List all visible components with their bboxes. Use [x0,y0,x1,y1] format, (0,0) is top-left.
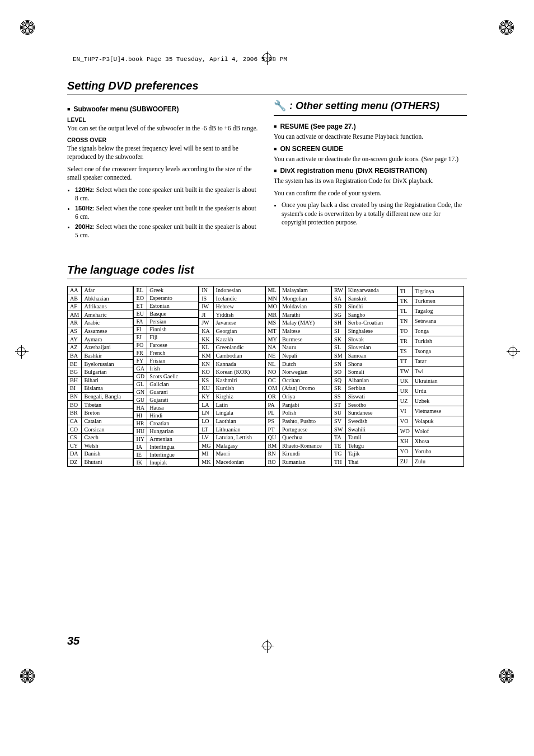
lang-name: Mongolian [279,294,331,303]
crop-ornament [20,669,35,683]
divx-text-2: You can confirm the code of your system. [274,189,467,198]
lang-code: IS [199,294,213,303]
lang-code: RO [265,458,279,466]
lang-name: Czech [82,433,133,442]
lang-code: IA [134,443,147,450]
lang-name: Azerbaijani [82,344,133,352]
lang-name: Georgian [213,327,265,335]
lang-name: Oriya [279,392,331,401]
table-row: ELGreek [134,286,199,294]
lang-name: Latin [213,401,265,409]
divx-list: Once you play back a disc created by usi… [274,201,467,227]
lang-code: TN [397,316,412,326]
table-row: HYArmenian [134,435,199,443]
lang-code: TW [397,366,412,376]
freq-label: 150Hz [75,205,93,212]
lang-code: FY [134,356,147,364]
table-row: FAPersian [134,317,199,325]
table-row: THThai [331,458,397,466]
lang-code: FA [134,317,147,325]
lang-code: TI [397,286,412,296]
lang-name: Swedish [345,417,397,425]
lang-code: NA [265,344,279,352]
table-row: ARArabic [68,319,133,327]
lang-code: FO [134,341,147,349]
lang-name: Bihari [82,376,133,384]
lang-name: Sangho [345,311,397,319]
lang-name: Slovak [345,335,397,344]
lang-name: Rhaeto-Romance [279,442,331,450]
lang-name: Wolof [412,426,463,436]
freq-label: 120Hz [75,186,93,193]
lang-name: Hungarian [147,427,199,435]
table-row: LALatin [199,401,265,409]
lang-name: Kannada [213,360,265,368]
crossover-text-2: Select one of the crossover frequency le… [67,165,260,182]
lang-code: SV [331,417,345,425]
table-row: TLTagalog [397,306,463,316]
lang-name: Albanian [345,376,397,384]
table-row: URUrdu [397,386,463,396]
lang-name: Pashto, Pushto [279,417,331,425]
table-row: PSPashto, Pushto [265,417,331,425]
divx-text-1: The system has its own Registration Code… [274,177,467,186]
lang-code: CO [68,425,82,434]
lang-name: (Afan) Oromo [279,384,331,393]
lang-name: Nauru [279,344,331,352]
lang-code: TE [331,442,345,450]
lang-code: WO [397,426,412,436]
lang-name: Kurdish [213,384,265,393]
lang-name: Guarani [147,388,199,396]
lang-name: Maltese [279,327,331,335]
lang-name: Icelandic [213,294,265,303]
table-row: NANauru [265,344,331,352]
lang-name: Armenian [147,435,199,443]
lang-code: TL [397,306,412,316]
lang-code: DA [68,450,82,458]
lang-code: FR [134,349,147,356]
lang-code: MO [265,302,279,311]
table-row: TRTurkish [397,336,463,346]
lang-code: BN [68,392,82,401]
lang-code: SA [331,294,345,303]
table-row: QUQuechua [265,433,331,442]
lang-name: Arabic [82,319,133,327]
table-row: KKKazakh [199,335,265,344]
table-row: MIMaori [199,450,265,458]
lang-code: OC [265,376,279,384]
lang-code: TH [331,458,345,466]
lang-name: Sundanese [345,409,397,417]
lang-code: TK [397,296,412,306]
lang-table: TITigrinyaTKTurkmenTLTagalogTNSetswanaTO… [397,286,464,467]
lang-name: Javanese [213,319,265,327]
table-row: JIYiddish [199,311,265,319]
lang-name: Tajik [345,450,397,458]
lang-name: Kinyarwanda [345,286,397,294]
lang-code: MR [265,311,279,319]
lang-code: KK [199,335,213,344]
lang-code: SQ [331,376,345,384]
resume-heading: RESUME (See page 27.) [274,123,467,130]
lang-name: Kazakh [213,335,265,344]
table-row: ISIcelandic [199,294,265,303]
left-column: Subwoofer menu (SUBWOOFER) LEVEL You can… [67,102,260,243]
table-row: OM(Afan) Oromo [265,384,331,393]
lang-name: Fiji [147,333,199,341]
lang-code: BE [68,360,82,368]
lang-name: Maori [213,450,265,458]
lang-name: Dutch [279,360,331,368]
osg-text: You can activate or deactivate the on-sc… [274,155,467,164]
table-row: SSSiswati [331,392,397,401]
table-row: RNKirundi [265,450,331,458]
table-row: TOTonga [397,326,463,336]
lang-code: LA [199,401,213,409]
table-row: KYKirghiz [199,392,265,401]
table-row: HUHungarian [134,427,199,435]
lang-name: Corsican [82,425,133,434]
lang-name: Zulu [412,456,463,466]
lang-name: Bashkir [82,351,133,360]
lang-name: Tibetan [82,401,133,409]
table-row: LOLaothian [199,417,265,425]
lang-code: IK [134,458,147,466]
lang-code: AR [68,319,82,327]
